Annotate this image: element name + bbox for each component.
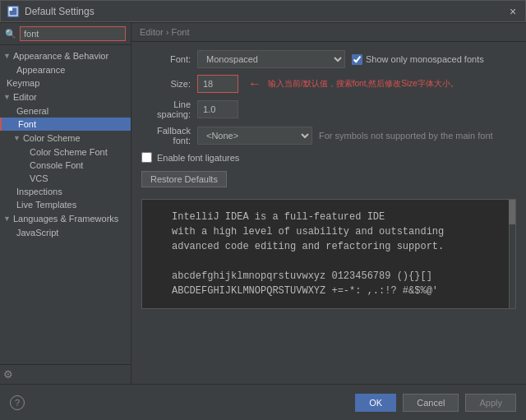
scroll-thumb[interactable] [509,200,515,224]
content-panel: Editor › Font Font: Monospaced Show only… [132,23,526,384]
sidebar-item-general[interactable]: General [0,104,131,118]
line-spacing-label: Line spacing: [141,99,191,119]
sidebar-item-label: Inspections [16,187,62,196]
sidebar-item-label: Appearance & Behavior [13,51,108,61]
sidebar-item-label: Editor [13,92,37,102]
sidebar-item-label: Live Templates [16,200,76,210]
sidebar-item-console-font[interactable]: Console Font [0,159,131,172]
bottom-left: ? [10,395,25,410]
ok-button[interactable]: OK [355,394,396,412]
svg-rect-2 [9,7,12,11]
sidebar-item-label: VCS [30,173,48,183]
sidebar-item-appearance[interactable]: Appearance [0,63,131,76]
close-button[interactable]: × [506,5,519,18]
fallback-font-select[interactable]: <None> [197,127,312,145]
restore-defaults-button[interactable]: Restore Defaults [141,171,227,187]
sidebar-bottom: ⚙ [0,364,131,384]
sidebar-tree: ▼ Appearance & Behavior Appearance Keyma… [0,45,131,364]
size-label: Size: [141,79,191,89]
window-title: Default Settings [25,6,95,17]
fallback-font-row: Fallback font: <None> For symbols not su… [141,126,516,145]
annotation-text: 输入当前/默认值，搜索font,然后修改Size字体大小。 [268,78,459,90]
line-spacing-input[interactable] [197,100,238,118]
sidebar-item-label: Languages & Frameworks [13,214,118,224]
show-monospaced-label: Show only monospaced fonts [366,54,484,64]
line-spacing-row: Line spacing: [141,99,516,119]
sidebar-item-appearance-behavior[interactable]: ▼ Appearance & Behavior [0,48,131,63]
main-layout: 🔍 ▼ Appearance & Behavior Appearance Key… [0,23,526,384]
preview-area: IntelliJ IDEA is a full-featured IDE wit… [141,199,516,309]
sidebar-item-label: Keymap [7,78,39,88]
font-row: Font: Monospaced Show only monospaced fo… [141,50,516,68]
sidebar-item-live-templates[interactable]: Live Templates [0,198,131,211]
help-button[interactable]: ? [10,395,25,410]
bottom-bar: ? OK Cancel Apply [0,384,526,420]
preview-line-3: advanced code editing and refactoring su… [172,239,502,254]
sidebar-item-color-scheme-font[interactable]: Color Scheme Font [0,145,131,159]
sidebar-item-editor[interactable]: ▼ Editor [0,90,131,104]
fallback-font-note: For symbols not supported by the main fo… [319,131,493,141]
size-row: Size: ← 输入当前/默认值，搜索font,然后修改Size字体大小。 [141,75,516,93]
enable-ligatures-row: Enable font ligatures [141,152,516,163]
preview-line-6: ABCDEFGHIJKLMNOPQRSTUVWXYZ +=-*: ,.:!? #… [172,284,502,298]
fallback-font-label: Fallback font: [141,126,191,145]
sidebar-item-label: Appearance [16,65,65,75]
font-select[interactable]: Monospaced [197,50,345,68]
size-section: Size: ← 输入当前/默认值，搜索font,然后修改Size字体大小。 [141,75,516,93]
expand-icon: ▼ [3,215,11,223]
sidebar-item-font[interactable]: Font [0,118,131,131]
preview-line-5: abcdefghijklmnopqrstuvwxyz 0123456789 ()… [172,269,502,284]
app-icon [7,5,20,18]
enable-ligatures-label: Enable font ligatures [157,153,239,163]
sidebar: 🔍 ▼ Appearance & Behavior Appearance Key… [0,23,132,384]
enable-ligatures-checkbox[interactable] [141,152,152,163]
search-icon: 🔍 [5,29,16,39]
show-monospaced-row: Show only monospaced fonts [352,54,484,65]
font-label: Font: [141,54,191,64]
sidebar-item-label: Color Scheme Font [30,147,108,157]
bottom-right: OK Cancel Apply [355,394,516,412]
preview-line-2: with a high level of usability and outst… [172,224,502,239]
sidebar-item-vcs[interactable]: VCS [0,172,131,185]
search-box: 🔍 [0,23,131,45]
sidebar-item-label: General [16,106,48,116]
sidebar-settings-icon[interactable]: ⚙ [3,368,13,381]
expand-icon: ▼ [3,52,11,60]
scroll-indicator[interactable] [509,200,515,308]
sidebar-item-label: Color Scheme [23,133,81,143]
size-input[interactable] [197,75,238,93]
title-bar: Default Settings × [0,0,526,23]
annotation-arrow: ← [248,76,261,91]
sidebar-item-label: Font [18,119,36,129]
preview-line-1: IntelliJ IDEA is a full-featured IDE [172,210,502,224]
apply-button[interactable]: Apply [465,394,516,412]
sidebar-item-languages-frameworks[interactable]: ▼ Languages & Frameworks [0,211,131,226]
sidebar-item-javascript[interactable]: JavaScript [0,226,131,239]
sidebar-item-color-scheme[interactable]: ▼ Color Scheme [0,131,131,145]
show-monospaced-checkbox[interactable] [352,54,362,65]
search-input[interactable] [20,26,126,41]
preview-line-4 [172,254,502,269]
preview-text: IntelliJ IDEA is a full-featured IDE wit… [172,210,502,298]
expand-icon: ▼ [3,93,11,101]
expand-icon: ▼ [13,134,21,142]
breadcrumb: Editor › Font [132,23,526,42]
sidebar-item-inspections[interactable]: Inspections [0,185,131,198]
sidebar-item-keymap[interactable]: Keymap [0,76,131,90]
cancel-button[interactable]: Cancel [403,394,459,412]
content-inner: Font: Monospaced Show only monospaced fo… [132,42,526,384]
sidebar-item-label: JavaScript [16,228,58,238]
sidebar-item-label: Console Font [30,160,83,170]
